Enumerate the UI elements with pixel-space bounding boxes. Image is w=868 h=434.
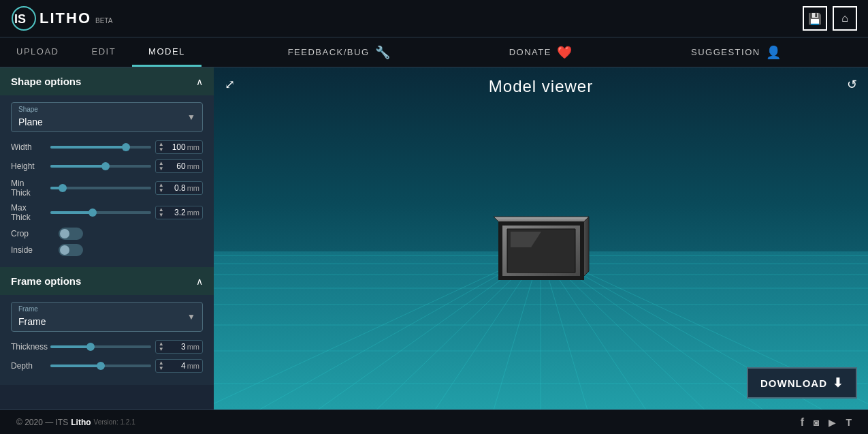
twitter-icon[interactable]: T — [846, 417, 852, 428]
minthick-spin-down[interactable]: ▼ — [159, 188, 164, 193]
logo-beta-label: BETA — [95, 17, 112, 25]
minthick-spinner[interactable]: ▲ ▼ — [159, 183, 164, 193]
depth-spinner[interactable]: ▲ ▼ — [159, 360, 164, 371]
minthick-knob[interactable] — [59, 184, 67, 192]
shape-options-chevron: ∧ — [196, 76, 203, 87]
3d-object — [487, 203, 596, 288]
height-fill — [50, 165, 106, 168]
depth-value-box: ▲ ▼ 4 mm — [155, 359, 203, 373]
thickness-value-box: ▲ ▼ 3 mm — [155, 340, 203, 354]
footer-brand-text: Litho — [71, 418, 91, 427]
feedback-label: FEEDBACK/BUG — [288, 47, 370, 57]
height-unit: mm — [187, 162, 199, 170]
minthick-value-box: ▲ ▼ 0.8 mm — [155, 181, 203, 195]
depth-spin-down[interactable]: ▼ — [159, 366, 164, 371]
instagram-icon[interactable]: ◙ — [814, 417, 819, 428]
width-slider[interactable] — [50, 146, 151, 149]
crop-toggle-knob — [60, 229, 69, 238]
frame-options-title: Frame options — [11, 275, 81, 287]
shape-select-wrapper: Shape Plane Box Sphere Cylinder ▼ — [11, 102, 203, 132]
maxthick-knob[interactable] — [89, 208, 97, 217]
frame-select[interactable]: Frame None Rounded — [12, 303, 202, 331]
width-label: Width — [11, 142, 46, 152]
person-icon: 👤 — [766, 45, 782, 60]
minthick-label: MinThick — [11, 179, 46, 198]
height-value-box: ▲ ▼ 60 mm — [155, 159, 203, 173]
height-spin-down[interactable]: ▼ — [159, 166, 164, 172]
height-label: Height — [11, 161, 46, 171]
inside-toggle[interactable] — [59, 244, 83, 256]
minthick-unit: mm — [187, 184, 199, 192]
heart-icon: ❤️ — [557, 45, 573, 60]
crop-toggle[interactable] — [59, 228, 83, 240]
maxthick-slider[interactable] — [50, 211, 151, 214]
width-unit: mm — [187, 143, 199, 151]
suggestion-label: SUGGESTION — [691, 47, 760, 57]
save-icon: 💾 — [808, 12, 822, 25]
download-icon: ⬇ — [833, 375, 843, 390]
footer: © 2020 — ITSLitho Version: 1.2.1 f ◙ ▶ T — [0, 409, 868, 434]
width-spinner[interactable]: ▲ ▼ — [159, 142, 164, 153]
depth-slider[interactable] — [50, 365, 151, 367]
shape-select[interactable]: Plane Box Sphere Cylinder — [12, 103, 202, 131]
tab-model[interactable]: MODEL — [132, 37, 202, 67]
download-button[interactable]: DOWNLOAD ⬇ — [747, 367, 857, 399]
crop-toggle-row: Crop — [11, 228, 203, 240]
navbar: UPLOAD EDIT MODEL FEEDBACK/BUG 🔧 DONATE … — [0, 37, 868, 67]
depth-label: Depth — [11, 361, 46, 371]
height-slider[interactable] — [50, 165, 151, 168]
depth-knob[interactable] — [97, 362, 105, 370]
width-spin-down[interactable]: ▼ — [159, 147, 164, 153]
nav-feedback[interactable]: FEEDBACK/BUG 🔧 — [288, 45, 391, 60]
shape-options-title: Shape options — [11, 76, 81, 87]
tab-upload[interactable]: UPLOAD — [0, 37, 75, 67]
thickness-slider-row: Thickness ▲ ▼ 3 mm — [11, 340, 203, 354]
nav-donate[interactable]: DONATE ❤️ — [509, 45, 573, 60]
thickness-spin-down[interactable]: ▼ — [159, 347, 164, 352]
maxthick-fill — [50, 211, 93, 214]
minthick-value: 0.8 — [165, 183, 186, 193]
width-knob[interactable] — [122, 143, 130, 151]
thickness-label: Thickness — [11, 342, 46, 352]
frame-options-header[interactable]: Frame options ∧ — [0, 267, 214, 295]
height-value: 60 — [165, 161, 186, 171]
height-spinner[interactable]: ▲ ▼ — [159, 161, 164, 172]
shape-options-header[interactable]: Shape options ∧ — [0, 67, 214, 95]
wrench-icon: 🔧 — [375, 45, 391, 60]
thickness-spinner[interactable]: ▲ ▼ — [159, 341, 164, 352]
footer-copy-text: © 2020 — ITS — [16, 418, 68, 427]
youtube-icon[interactable]: ▶ — [829, 417, 836, 428]
nav-suggestion[interactable]: SUGGESTION 👤 — [691, 45, 782, 60]
sidebar: Shape options ∧ Shape Plane Box Sphere C… — [0, 67, 214, 409]
maxthick-spinner[interactable]: ▲ ▼ — [159, 207, 164, 218]
width-value: 100 — [165, 142, 186, 152]
thickness-slider[interactable] — [50, 345, 151, 348]
inside-toggle-knob — [60, 245, 69, 255]
maxthick-spin-down[interactable]: ▼ — [159, 213, 164, 218]
thickness-fill — [50, 345, 91, 348]
download-label: DOWNLOAD — [760, 377, 827, 389]
expand-icon[interactable]: ⤢ — [225, 77, 235, 92]
maxthick-value: 3.2 — [165, 208, 186, 217]
maxthick-unit: mm — [187, 208, 199, 217]
height-slider-row: Height ▲ ▼ 60 mm — [11, 159, 203, 173]
save-button[interactable]: 💾 — [803, 6, 827, 31]
shape-select-label: Shape — [18, 106, 38, 113]
footer-social-links: f ◙ ▶ T — [801, 416, 852, 429]
minthick-slider[interactable] — [50, 187, 151, 189]
home-button[interactable]: ⌂ — [833, 6, 857, 31]
refresh-icon[interactable]: ↺ — [847, 77, 857, 92]
thickness-value: 3 — [165, 342, 186, 352]
width-value-box: ▲ ▼ 100 mm — [155, 140, 203, 154]
facebook-icon[interactable]: f — [801, 416, 804, 429]
nav-actions: FEEDBACK/BUG 🔧 DONATE ❤️ SUGGESTION 👤 — [202, 45, 868, 60]
maxthick-label: MaxThick — [11, 203, 46, 222]
footer-version: Version: 1.2.1 — [94, 418, 135, 426]
nav-tabs: UPLOAD EDIT MODEL — [0, 37, 202, 67]
height-knob[interactable] — [101, 162, 110, 170]
tab-edit[interactable]: EDIT — [75, 37, 132, 67]
thickness-knob[interactable] — [86, 343, 95, 351]
depth-unit: mm — [187, 362, 199, 370]
home-icon: ⌂ — [841, 12, 848, 25]
width-slider-row: Width ▲ ▼ 100 mm — [11, 140, 203, 154]
